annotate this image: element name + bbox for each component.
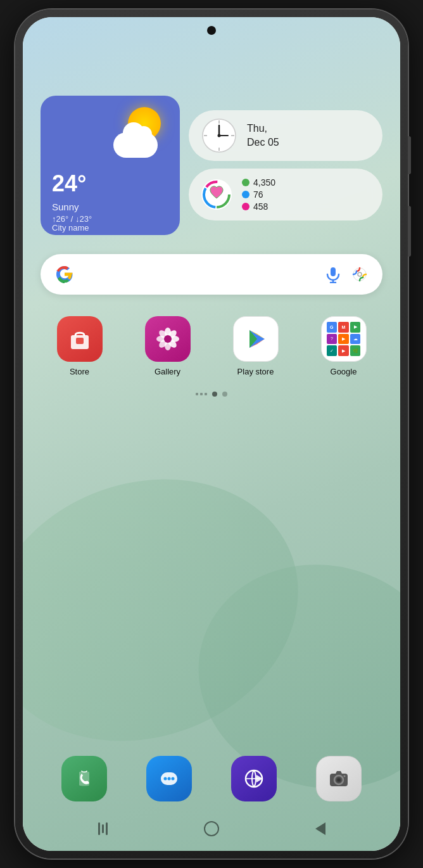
page-line-2 [200, 393, 203, 395]
page-lines-indicator [196, 393, 207, 395]
nav-line-3 [106, 822, 108, 835]
camera-icon [316, 756, 362, 801]
back-icon [315, 822, 325, 835]
health-icon [200, 178, 233, 211]
svg-rect-17 [76, 338, 84, 344]
gallery-label: Gallery [155, 367, 180, 376]
page-dot-active [212, 392, 217, 397]
dock [35, 752, 388, 805]
svg-rect-12 [331, 267, 336, 276]
calories-stat: 458 [242, 201, 275, 212]
weather-range: ↑26° / ↓23° [52, 214, 92, 224]
heart-dot [242, 191, 249, 198]
right-widgets: Thu, Dec 05 [189, 110, 382, 220]
svg-point-40 [338, 779, 341, 782]
steps-value: 4,350 [253, 177, 275, 188]
phone-icon [61, 756, 107, 801]
heart-value: 76 [253, 189, 263, 200]
page-indicators [23, 392, 400, 397]
internet-icon [231, 756, 277, 801]
messages-icon [146, 756, 192, 801]
weather-sun-icon [117, 107, 167, 158]
back-button[interactable] [306, 815, 334, 843]
svg-point-34 [172, 777, 175, 781]
analog-clock [201, 118, 237, 153]
svg-point-32 [164, 777, 167, 781]
page-line-1 [196, 393, 198, 395]
svg-point-26 [164, 335, 172, 343]
app-item-google[interactable]: G M ▶ ? ▶ ☁ ✓ ▶ 🌿 Google [300, 310, 388, 383]
clock-date-line2: Dec 05 [247, 136, 279, 150]
store-label: Store [70, 367, 89, 376]
recent-apps-button[interactable] [89, 815, 117, 843]
calories-dot [242, 203, 249, 210]
clock-date-line1: Thu, [247, 122, 279, 136]
svg-point-7 [218, 134, 221, 137]
health-stats: 4,350 76 458 [242, 177, 275, 212]
weather-condition: Sunny [52, 201, 79, 212]
svg-point-33 [168, 777, 171, 781]
power-button[interactable] [408, 206, 411, 257]
nav-line-2 [102, 824, 104, 833]
google-logo [53, 263, 76, 286]
weather-city: City name [52, 223, 89, 233]
app-item-store[interactable]: Store [35, 310, 123, 383]
playstore-label: Play store [237, 367, 274, 376]
app-item-playstore[interactable]: Play store [212, 310, 300, 383]
home-button[interactable] [198, 815, 225, 843]
navigation-bar [23, 807, 400, 851]
clock-widget[interactable]: Thu, Dec 05 [189, 110, 382, 161]
health-widget[interactable]: 4,350 76 458 [189, 169, 382, 220]
volume-button[interactable] [408, 136, 411, 174]
home-screen-content: 24° Sunny ↑26° / ↓23° City name [23, 45, 400, 851]
weather-temperature: 24° [52, 170, 86, 197]
phone-screen: 24° Sunny ↑26° / ↓23° City name [23, 17, 400, 851]
app-item-gallery[interactable]: Gallery [123, 310, 212, 383]
page-line-3 [205, 393, 207, 395]
lens-icon[interactable] [350, 264, 370, 284]
dock-item-internet[interactable] [212, 752, 296, 805]
playstore-icon [233, 316, 279, 362]
weather-widget[interactable]: 24° Sunny ↑26° / ↓23° City name [41, 96, 180, 235]
steps-stat: 4,350 [242, 177, 275, 188]
recent-apps-icon [98, 822, 108, 835]
gallery-icon [145, 316, 191, 362]
google-label: Google [331, 367, 357, 376]
svg-point-41 [344, 775, 346, 777]
phone-device: 24° Sunny ↑26° / ↓23° City name [15, 10, 408, 858]
apps-grid: Store [23, 295, 400, 383]
clock-date: Thu, Dec 05 [247, 122, 279, 150]
home-icon [204, 821, 219, 836]
dock-item-camera[interactable] [296, 752, 381, 805]
steps-dot [242, 179, 249, 186]
google-icon: G M ▶ ? ▶ ☁ ✓ ▶ 🌿 [321, 316, 367, 362]
dock-item-phone[interactable] [42, 752, 127, 805]
page-dot-inactive [222, 392, 227, 397]
calories-value: 458 [253, 201, 268, 212]
heart-stat: 76 [242, 189, 275, 200]
nav-line-1 [98, 822, 100, 835]
store-icon [57, 316, 103, 362]
front-camera [207, 26, 216, 35]
search-bar[interactable] [41, 254, 382, 295]
dock-item-messages[interactable] [127, 752, 212, 805]
widgets-row: 24° Sunny ↑26° / ↓23° City name [23, 83, 400, 235]
mic-icon[interactable] [323, 264, 343, 284]
